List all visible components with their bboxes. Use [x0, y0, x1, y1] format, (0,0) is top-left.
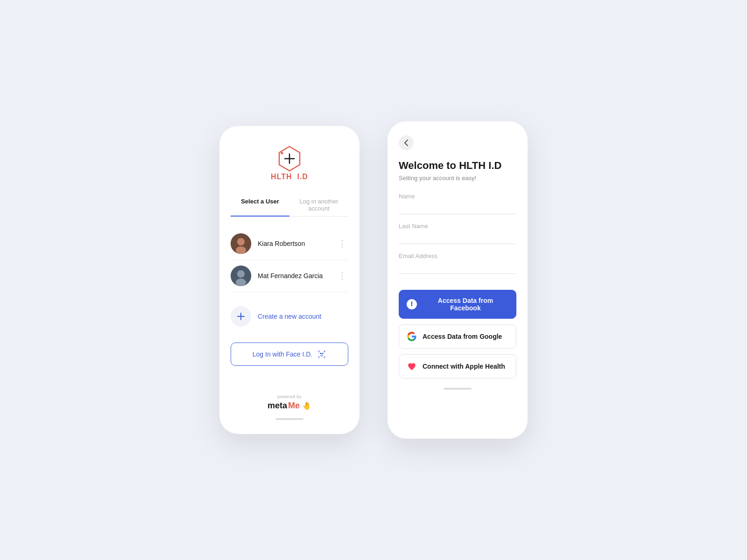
facebook-icon: f — [407, 299, 417, 309]
svg-point-5 — [237, 238, 245, 245]
avatar-kiara — [231, 233, 251, 254]
name-label: Name — [399, 193, 516, 200]
create-account-label: Create a new account — [258, 313, 321, 320]
avatar-mat — [231, 266, 251, 286]
user-menu-dots-kiara[interactable]: ⋮ — [336, 238, 348, 249]
facebook-button[interactable]: f Access Data from Facebook — [399, 290, 516, 319]
apple-health-label: Connect with Apple Health — [423, 363, 505, 370]
svg-point-13 — [323, 353, 324, 354]
svg-point-8 — [237, 270, 245, 278]
left-phone: HLTH I.D Select a User Log in another ac… — [219, 126, 359, 434]
faceid-icon — [317, 350, 326, 359]
lastname-label: Last Name — [399, 223, 516, 230]
welcome-title: Welcome to HLTH I.D — [399, 160, 516, 172]
logo-id: I.D — [297, 173, 308, 181]
google-button[interactable]: Access Data from Google — [399, 324, 516, 349]
powered-by-label: powered by — [277, 394, 302, 399]
welcome-subtitle: Setting your account is easy! — [399, 175, 516, 182]
right-scroll-indicator — [444, 388, 472, 390]
lastname-field: Last Name — [399, 223, 516, 244]
logo-hlth: HLTH — [271, 173, 292, 181]
name-input[interactable] — [399, 203, 516, 214]
email-label: Email Address — [399, 252, 516, 259]
email-field: Email Address — [399, 252, 516, 274]
email-input[interactable] — [399, 262, 516, 274]
right-phone: Welcome to HLTH I.D Setting your account… — [388, 121, 528, 439]
svg-point-3 — [281, 152, 283, 154]
tab-login-another[interactable]: Log in another account — [289, 194, 348, 217]
metame-meta-text: meta — [268, 401, 287, 411]
social-buttons-container: f Access Data from Facebook Access Data … — [399, 290, 516, 378]
faceid-button[interactable]: Log In with Face I.D. — [231, 343, 348, 366]
name-field: Name — [399, 193, 516, 214]
hex-logo-icon — [275, 145, 303, 173]
user-name-kiara: Kiara Robertson — [258, 240, 336, 247]
user-item-mat[interactable]: Mat Fernandez Garcia ⋮ — [231, 260, 348, 292]
apple-health-button[interactable]: Connect with Apple Health — [399, 354, 516, 378]
app-title: HLTH I.D — [271, 173, 308, 181]
metame-logo: metaMe 🤚 — [268, 401, 311, 411]
plus-icon — [236, 312, 246, 321]
logo-container: HLTH I.D — [271, 145, 308, 181]
metame-branding: powered by metaMe 🤚 — [268, 394, 311, 411]
user-item-kiara[interactable]: Kiara Robertson ⋮ — [231, 228, 348, 260]
scroll-indicator — [275, 418, 303, 420]
svg-point-9 — [236, 279, 246, 286]
back-button[interactable] — [399, 135, 414, 150]
user-list: Kiara Robertson ⋮ Mat Fernandez Garcia ⋮ — [231, 228, 348, 292]
user-name-mat: Mat Fernandez Garcia — [258, 272, 336, 280]
back-chevron-icon — [404, 139, 409, 147]
user-menu-dots-mat[interactable]: ⋮ — [336, 271, 348, 281]
facebook-label: Access Data from Facebook — [423, 297, 508, 312]
plus-circle-icon — [231, 306, 251, 327]
create-account-row[interactable]: Create a new account — [231, 300, 348, 333]
lastname-input[interactable] — [399, 232, 516, 244]
svg-point-6 — [236, 246, 246, 254]
tab-select-user[interactable]: Select a User — [231, 194, 289, 217]
metame-hand-icon: 🤚 — [302, 401, 311, 410]
faceid-label: Log In with Face I.D. — [253, 350, 312, 358]
google-label: Access Data from Google — [423, 333, 502, 340]
metame-me-text: Me — [288, 401, 300, 411]
google-icon — [407, 331, 417, 342]
svg-point-12 — [320, 353, 321, 354]
apple-health-icon — [407, 361, 417, 371]
tab-bar: Select a User Log in another account — [231, 194, 348, 217]
